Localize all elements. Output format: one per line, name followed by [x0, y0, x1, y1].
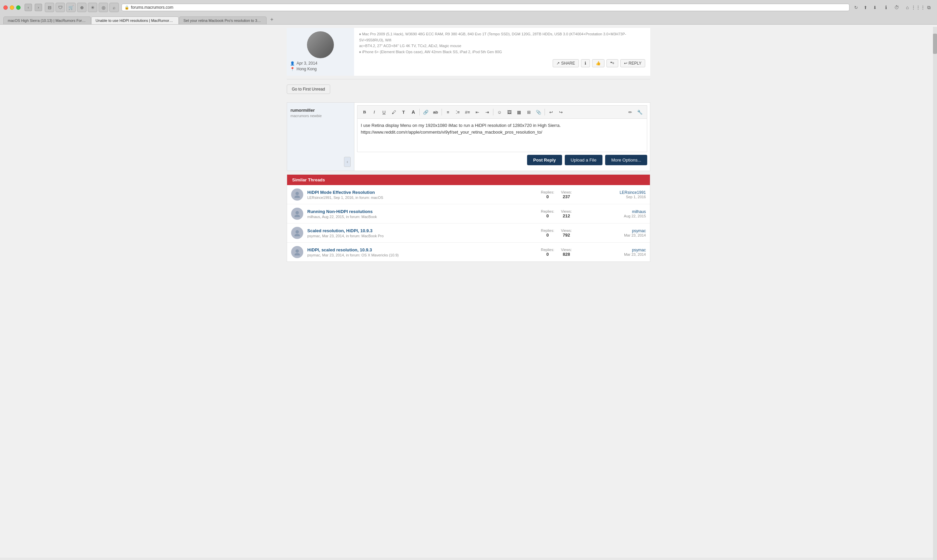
font-size-button[interactable]: T	[399, 108, 408, 117]
thread-avatar-3	[291, 227, 303, 239]
strikethrough-button[interactable]: ab	[431, 108, 440, 117]
thread-title-3[interactable]: Scaled resolution, HiDPI, 10.9.3	[307, 228, 537, 233]
search-icon[interactable]: ⌕	[109, 3, 119, 12]
first-unread-container: Go to First Unread	[287, 79, 650, 99]
svg-point-7	[294, 253, 300, 255]
home-icon[interactable]: ⌂	[903, 3, 912, 12]
history-icon[interactable]: ⏱	[892, 3, 901, 12]
italic-button[interactable]: I	[370, 108, 378, 117]
upload-file-button[interactable]: Upload a File	[565, 155, 603, 165]
post-reply-button[interactable]: Post Reply	[527, 155, 562, 165]
reply-label: REPLY	[629, 61, 642, 66]
maximize-button[interactable]	[16, 5, 20, 10]
address-bar[interactable]: 🔒 forums.macrumors.com	[122, 4, 849, 11]
like-button[interactable]: 👍	[592, 59, 605, 67]
image-button[interactable]: 🖼	[505, 108, 514, 117]
collapse-sidebar-button[interactable]: ‹	[344, 157, 351, 167]
quote-button[interactable]: ❝+	[606, 59, 618, 67]
refresh-icon[interactable]: ↻	[852, 4, 860, 11]
info-button[interactable]: ℹ	[581, 59, 590, 67]
share-icon[interactable]: ⬆	[862, 4, 869, 11]
share-label: SHARE	[561, 61, 575, 66]
undo-button[interactable]: ↩	[546, 108, 555, 117]
thread-title-1[interactable]: HiDPI Mode Effective Resolution	[307, 190, 537, 195]
toolbar-separator-2	[442, 109, 442, 115]
thumb-up-icon: 👍	[596, 61, 601, 66]
thread-row: HiDPI Mode Effective Resolution LERsince…	[287, 185, 650, 204]
thread-views-1: Views: 237	[561, 190, 572, 199]
settings-button[interactable]: 🔧	[635, 108, 644, 117]
go-first-unread-button[interactable]: Go to First Unread	[287, 85, 330, 94]
underline-button[interactable]: U	[380, 108, 388, 117]
browser-right-actions: ↻ ⬆ ⬇	[852, 4, 879, 11]
svg-point-2	[295, 211, 299, 214]
thread-views-3: Views: 792	[561, 229, 572, 238]
scrollbar-thumb[interactable]	[933, 34, 937, 54]
tabs-icon[interactable]: ⧉	[924, 3, 934, 12]
font-family-button[interactable]: A	[409, 108, 418, 117]
text-color-button[interactable]: 🖊	[389, 108, 398, 117]
lock-icon: 🔒	[125, 5, 129, 10]
bullet-list-button[interactable]: ⁚≡	[453, 108, 462, 117]
thread-title-2[interactable]: Running Non-HiDPI resolutions	[307, 209, 537, 214]
extension-icon-4[interactable]: ✳	[88, 3, 97, 12]
apps-icon[interactable]: ⋮⋮⋮	[914, 3, 923, 12]
more-options-button[interactable]: More Options...	[605, 155, 647, 165]
forward-button[interactable]: ›	[35, 4, 42, 11]
thread-stats-3: Replies: 0 Views: 792	[541, 229, 602, 238]
download-icon[interactable]: ⬇	[871, 4, 879, 11]
user-post-section: 👤 Apr 3, 2014 📍 Hong Kong ♦ Mac Pro 2009…	[287, 25, 650, 79]
tab-2[interactable]: Unable to use HiDPI resolutions | MacRum…	[91, 17, 179, 24]
reply-usertype: macrumors newbie	[291, 114, 351, 118]
post-content-area: ♦ Mac Pro 2009 (5,1 Hack), W3690 48G ECC…	[354, 28, 650, 76]
sidebar-toggle-icon[interactable]: ⊟	[45, 3, 54, 12]
reply-button[interactable]: ↩ REPLY	[620, 59, 645, 67]
post-actions: ↗ SHARE ℹ 👍 ❝+ ↩ REPLY	[359, 57, 645, 70]
insert-button[interactable]: ⊞	[525, 108, 533, 117]
reply-sidebar: rumormiller macrumors newbie ‹	[287, 103, 354, 171]
table-button[interactable]: ▦	[515, 108, 523, 117]
indent-button[interactable]: ⇥	[483, 108, 491, 117]
editor-toolbar: B I U 🖊 T A 🔗 ab ≡ ⁚≡ #≡ ⇤ ⇥ ☺	[357, 105, 647, 118]
join-date: Apr 3, 2014	[297, 61, 317, 66]
specs-line3: ♦ iPhone 6+ (Element Black Ops case), AW…	[359, 49, 645, 55]
numbered-list-button[interactable]: #≡	[463, 108, 472, 117]
link-button[interactable]: 🔗	[422, 108, 430, 117]
extension-icon-3[interactable]: ⊕	[77, 3, 86, 12]
similar-threads-header: Similar Threads	[287, 175, 650, 185]
page-content: 👤 Apr 3, 2014 📍 Hong Kong ♦ Mac Pro 2009…	[0, 25, 937, 558]
back-button[interactable]: ‹	[25, 4, 32, 11]
browser-tabs: macOS High Sierra (10.13) | MacRumors Fo…	[3, 15, 934, 24]
svg-point-3	[294, 215, 300, 217]
thread-info-1: HiDPI Mode Effective Resolution LERsince…	[307, 190, 537, 200]
scrollbar[interactable]	[933, 27, 937, 558]
specs-line1: ♦ Mac Pro 2009 (5,1 Hack), W3690 48G ECC…	[359, 31, 645, 43]
toolbar-separator-4	[545, 109, 545, 115]
extension-icon-5[interactable]: ◎	[98, 3, 108, 12]
tab-1[interactable]: macOS High Sierra (10.13) | MacRumors Fo…	[3, 17, 91, 24]
bold-button[interactable]: B	[360, 108, 369, 117]
close-button[interactable]	[3, 5, 8, 10]
thread-info-3: Scaled resolution, HiDPI, 10.9.3 psymac,…	[307, 228, 537, 238]
outdent-button[interactable]: ⇤	[473, 108, 482, 117]
align-button[interactable]: ≡	[444, 108, 452, 117]
thread-row-4: HiDPI, scaled resolution, 10.9.3 psymac,…	[287, 243, 650, 262]
extension-icon-1[interactable]: 🛡	[55, 3, 65, 12]
extension-icon-2[interactable]: 🛒	[66, 3, 76, 12]
minimize-button[interactable]	[10, 5, 14, 10]
emoji-button[interactable]: ☺	[495, 108, 504, 117]
location-row: 📍 Hong Kong	[290, 67, 351, 71]
attachment-button[interactable]: 📎	[534, 108, 543, 117]
thread-avatar-1	[291, 188, 303, 201]
redo-button[interactable]: ↪	[556, 108, 565, 117]
thread-info-2: Running Non-HiDPI resolutions milhaus, A…	[307, 209, 537, 219]
thread-title-4[interactable]: HiDPI, scaled resolution, 10.9.3	[307, 247, 537, 252]
thread-row-3: Scaled resolution, HiDPI, 10.9.3 psymac,…	[287, 223, 650, 243]
share-button[interactable]: ↗ SHARE	[552, 59, 579, 67]
svg-point-1	[294, 195, 300, 198]
new-tab-button[interactable]: +	[267, 15, 277, 24]
info-icon[interactable]: ℹ	[881, 3, 891, 12]
editor-content[interactable]: I use Retina display Menu on my 1920x108…	[357, 118, 647, 152]
tab-3[interactable]: Set your retina Macbook Pro's resolution…	[179, 17, 266, 24]
edit-source-button[interactable]: ✏	[626, 108, 634, 117]
